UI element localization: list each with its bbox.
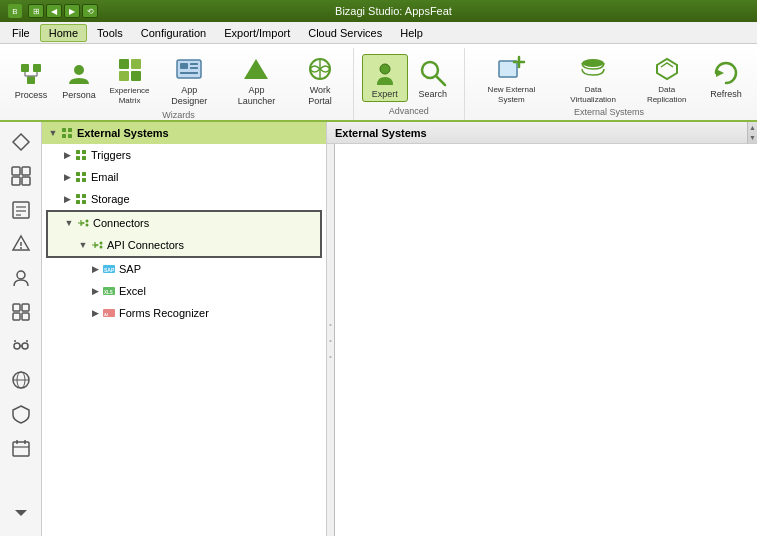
svg-rect-11 [131, 71, 141, 81]
tree-item-api-connectors[interactable]: ▼ API Connectors [48, 234, 320, 256]
sidebar-expand-btn[interactable] [5, 496, 37, 528]
menu-file[interactable]: File [4, 25, 38, 41]
title-controls[interactable]: ⊞ ◀ ▶ ⟲ [28, 4, 98, 18]
ribbon-btn-experience[interactable]: Experience Matrix [104, 51, 155, 108]
ribbon-label-data-repl: Data Replication [639, 85, 694, 104]
tree-expand-connectors[interactable]: ▼ [62, 216, 76, 230]
svg-text:AI: AI [104, 312, 108, 317]
tree-expand-excel[interactable]: ▶ [88, 284, 102, 298]
tree-item-sap[interactable]: ▶ SAP SAP [42, 258, 326, 280]
tree-expand-forms-recognizer[interactable]: ▶ [88, 306, 102, 320]
ribbon-btn-refresh[interactable]: Refresh [703, 54, 749, 103]
vertical-resize-handle[interactable]: • • • [327, 144, 335, 536]
sidebar-icon-connector[interactable] [5, 330, 37, 362]
ribbon-label-persona: Persona [62, 90, 96, 101]
menu-cloud-services[interactable]: Cloud Services [300, 25, 390, 41]
svg-rect-43 [22, 304, 29, 311]
content-body: • • • [327, 144, 757, 536]
ribbon: Process Persona Experience Matrix [0, 44, 757, 122]
tree-icon-sap: SAP [102, 262, 116, 276]
svg-rect-61 [62, 134, 66, 138]
sidebar-icon-rules[interactable] [5, 228, 37, 260]
menu-help[interactable]: Help [392, 25, 431, 41]
tree-item-external-systems[interactable]: ▼ External Systems [42, 122, 326, 144]
svg-rect-63 [76, 150, 80, 154]
ribbon-group-wizards-label: Wizards [8, 110, 349, 122]
ribbon-btn-search[interactable]: Search [410, 54, 456, 103]
resize-dot-3: • [329, 353, 331, 360]
title-btn-2[interactable]: ◀ [46, 4, 62, 18]
search-ribbon-icon [417, 57, 449, 89]
ribbon-btn-app-launcher[interactable]: App Launcher [224, 50, 290, 110]
tree-icon-storage [74, 192, 88, 206]
ribbon-btn-new-external[interactable]: New External System [469, 50, 554, 107]
sidebar-icon-calendar[interactable] [5, 432, 37, 464]
sidebar-icon-process[interactable] [5, 126, 37, 158]
ribbon-btn-app-designer[interactable]: App Designer [157, 50, 221, 110]
tree-item-forms-recognizer[interactable]: ▶ AI Forms Recognizer [42, 302, 326, 324]
ribbon-label-app-launcher: App Launcher [231, 85, 283, 107]
tree-icon-triggers [74, 148, 88, 162]
ribbon-btn-persona[interactable]: Persona [56, 55, 102, 104]
tree-item-triggers[interactable]: ▶ Triggers [42, 144, 326, 166]
svg-rect-60 [68, 128, 72, 132]
content-header: External Systems [327, 122, 747, 144]
tree-expand-storage[interactable]: ▶ [60, 192, 74, 206]
ribbon-btn-expert[interactable]: Expert [362, 54, 408, 103]
svg-marker-58 [15, 510, 27, 516]
sidebar-icon-components[interactable] [5, 296, 37, 328]
new-external-ribbon-icon [495, 53, 527, 85]
svg-rect-0 [21, 64, 29, 72]
svg-point-76 [86, 224, 89, 227]
ribbon-btn-work-portal[interactable]: Work Portal [291, 50, 348, 110]
ribbon-btn-data-repl[interactable]: Data Replication [632, 50, 701, 107]
svg-rect-32 [12, 177, 20, 185]
menu-home[interactable]: Home [40, 24, 87, 42]
sidebar-icon-model[interactable] [5, 160, 37, 192]
svg-point-41 [17, 271, 25, 279]
svg-marker-17 [244, 59, 268, 79]
svg-point-75 [86, 220, 89, 223]
content-header-scroll[interactable]: ▲ ▼ [747, 122, 757, 144]
svg-rect-42 [13, 304, 20, 311]
svg-text:SAP: SAP [104, 267, 115, 273]
tree-item-storage[interactable]: ▶ Storage [42, 188, 326, 210]
menu-configuration[interactable]: Configuration [133, 25, 214, 41]
svg-rect-54 [13, 442, 29, 456]
svg-line-23 [436, 76, 445, 85]
svg-rect-30 [12, 167, 20, 175]
svg-rect-65 [76, 156, 80, 160]
ribbon-btn-data-virt[interactable]: Data Virtualization [556, 50, 630, 107]
tree-item-connectors[interactable]: ▼ Connectors [48, 212, 320, 234]
ribbon-group-external-label: External Systems [469, 107, 749, 119]
title-btn-3[interactable]: ▶ [64, 4, 80, 18]
title-text: Bizagi Studio: AppsFeat [335, 5, 452, 17]
sidebar-icon-form[interactable] [5, 194, 37, 226]
svg-rect-73 [76, 200, 80, 204]
svg-rect-9 [131, 59, 141, 69]
tree-expand-sap[interactable]: ▶ [88, 262, 102, 276]
tree-expand-email[interactable]: ▶ [60, 170, 74, 184]
tree-expand-api-connectors[interactable]: ▼ [76, 238, 90, 252]
title-btn-4[interactable]: ⟲ [82, 4, 98, 18]
tree-item-email[interactable]: ▶ Email [42, 166, 326, 188]
title-bar-left: B ⊞ ◀ ▶ ⟲ [8, 4, 98, 18]
ribbon-content: Process Persona Experience Matrix [0, 48, 757, 120]
sidebar-icon-shield[interactable] [5, 398, 37, 430]
process-ribbon-icon [15, 58, 47, 90]
svg-rect-16 [180, 72, 198, 74]
tree-expand-triggers[interactable]: ▶ [60, 148, 74, 162]
menu-export-import[interactable]: Export/Import [216, 25, 298, 41]
sidebar-icon-globe[interactable] [5, 364, 37, 396]
sidebar-icon-security[interactable] [5, 262, 37, 294]
tree-item-excel[interactable]: ▶ XLS Excel [42, 280, 326, 302]
ribbon-label-refresh: Refresh [710, 89, 742, 100]
scroll-down-arrow: ▼ [749, 134, 756, 141]
tree-label-external-systems: External Systems [77, 127, 322, 139]
ribbon-btn-process[interactable]: Process [8, 55, 54, 104]
tree-expand-external[interactable]: ▼ [46, 126, 60, 140]
tree-panel: ▼ External Systems ▶ Triggers ▶ Email ▶ [42, 122, 327, 536]
svg-rect-44 [13, 313, 20, 320]
title-btn-1[interactable]: ⊞ [28, 4, 44, 18]
menu-tools[interactable]: Tools [89, 25, 131, 41]
